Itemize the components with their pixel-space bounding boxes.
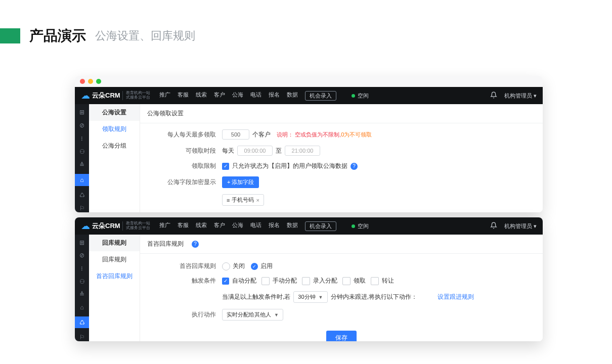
rail-icon[interactable]: ⚐ [78,333,86,341]
nav-item[interactable]: 电话 [250,221,261,231]
nav-item[interactable]: 线索 [196,91,207,101]
bell-icon[interactable] [490,222,497,230]
add-field-button[interactable]: + 添加字段 [222,176,259,188]
save-button[interactable]: 保存 [326,331,357,341]
side-item-groups[interactable]: 公海分组 [89,138,140,154]
macos-close-icon[interactable] [80,79,85,84]
checkbox-restrict[interactable]: ✓ [222,163,229,170]
section-title: 首咨回库规则 ? [140,235,543,254]
nav-item[interactable]: 客服 [178,221,189,231]
nav-item[interactable]: 报名 [269,221,280,231]
rail-icon[interactable]: ⚇ [78,278,86,286]
mac-titlebar [75,76,543,87]
status-indicator[interactable]: 空闲 [352,92,369,100]
window-return-rules: ☁ 云朵CRM 教育机构一站式服务云平台 推广 客服 线索 客户 公海 电话 报… [75,217,543,341]
rail-icon[interactable]: ≙ [78,291,86,299]
rail-icon[interactable]: ⌂ [78,303,86,311]
title-main: 产品演示 [29,26,86,46]
side-item-return-rules[interactable]: 回库规则 [89,251,140,268]
rail-icon[interactable]: ⊘ [78,121,86,129]
cond-pre: 当满足以上触发条件时,若 [222,293,290,301]
nav-item[interactable]: 数据 [287,221,298,231]
checkbox-transfer[interactable] [371,277,379,285]
macos-minimize-icon[interactable] [88,79,93,84]
radio-off[interactable] [222,262,230,270]
nav-item[interactable]: 客户 [214,221,225,231]
checkbox-claim[interactable] [342,277,351,285]
side-item-firstconsult-rules[interactable]: 首咨回库规则 [89,268,140,285]
title-sub: 公海设置、回库规则 [95,28,195,43]
accent-block [0,28,20,43]
nav-item[interactable]: 数据 [287,91,298,101]
label-time-window: 可领取时段 [140,147,222,155]
nav-pill-opportunity[interactable]: 机会录入 [305,221,336,231]
side-panel: 公海设置 领取规则 公海分组 [89,104,140,212]
nav-item[interactable]: 推广 [159,221,170,231]
rail-icon[interactable]: ♺ [78,191,86,199]
cloud-icon: ☁ [81,90,90,101]
select-timeout[interactable]: 30分钟▼ [293,291,327,303]
rail-icon[interactable]: ⚇ [78,148,86,156]
brand-name: 云朵CRM [92,91,120,100]
nav-item[interactable]: 客户 [214,91,225,101]
rail-icon[interactable]: ⫶ [78,134,86,143]
tag-text: 手机号码 [232,196,254,204]
user-role[interactable]: 机构管理员 ▾ [504,92,537,100]
input-max-claim[interactable] [222,129,249,140]
help-icon[interactable]: ? [192,241,199,248]
rail-icon[interactable]: ⊘ [78,252,86,260]
checkbox-auto-assign[interactable]: ✓ [222,278,229,285]
tag-phone[interactable]: ≡ 手机号码 × [222,194,264,206]
label-action: 执行动作 [140,310,222,319]
opt-label: 录入分配 [313,277,337,285]
nav-pill-opportunity[interactable]: 机会录入 [305,91,336,101]
side-panel-title: 回库规则 [89,235,140,251]
macos-zoom-icon[interactable] [96,79,101,84]
tag-remove-icon[interactable]: × [256,197,259,203]
brand-tagline: 教育机构一站式服务云平台 [122,91,150,100]
bell-icon[interactable] [490,92,497,100]
status-dot-icon [352,224,355,228]
opt-label: 手动分配 [273,277,297,285]
nav-item[interactable]: 公海 [232,221,243,231]
help-icon[interactable]: ? [351,163,358,170]
brand-logo[interactable]: ☁ 云朵CRM 教育机构一站式服务云平台 [75,220,155,232]
nav-item[interactable]: 推广 [159,91,170,101]
rail-icon[interactable]: ⊞ [78,108,86,116]
restrict-text: 只允许状态为【启用】的用户领取公海数据 [232,162,347,170]
top-nav: 推广 客服 线索 客户 公海 电话 报名 数据 机会录入 [159,91,336,101]
checkbox-entry-assign[interactable] [302,277,310,285]
content-area: 首咨回库规则 ? 首咨回库规则 关闭 ✓ 启用 触发条件 [140,235,543,341]
input-start-time[interactable] [237,146,273,156]
prefix-daily: 每天 [222,147,234,155]
nav-item[interactable]: 电话 [250,91,261,101]
select-action[interactable]: 实时分配给其他人▼ [222,309,283,321]
label-encrypt: 公海字段加密显示 [140,178,222,187]
rail-icon[interactable]: ≙ [78,161,86,169]
status-indicator[interactable]: 空闲 [352,222,369,230]
side-item-claim-rules[interactable]: 领取规则 [89,121,140,138]
rail-icon-active[interactable]: ⌂ [75,174,89,186]
nav-item[interactable]: 公海 [232,91,243,101]
input-end-time[interactable] [285,146,320,156]
radio-on[interactable]: ✓ [251,263,258,270]
rail-icon-active[interactable]: ♺ [75,316,89,328]
rail-icon[interactable]: ⊞ [78,239,86,247]
brand-logo[interactable]: ☁ 云朵CRM 教育机构一站式服务云平台 [75,90,155,101]
label-trigger: 触发条件 [140,277,222,285]
checkbox-manual-assign[interactable] [261,277,270,285]
topbar: ☁ 云朵CRM 教育机构一站式服务云平台 推广 客服 线索 客户 公海 电话 报… [75,87,543,104]
side-panel: 回库规则 回库规则 首咨回库规则 [89,235,140,341]
user-role[interactable]: 机构管理员 ▾ [504,222,537,230]
opt-label: 领取 [354,277,366,285]
status-text: 空闲 [358,92,369,100]
drag-icon: ≡ [227,197,230,203]
rail-icon[interactable]: ⚐ [78,204,86,212]
unit-text: 个客户 [252,130,271,139]
nav-item[interactable]: 客服 [178,91,189,101]
rail-icon[interactable]: ⫶ [78,264,86,272]
nav-item[interactable]: 报名 [269,91,280,101]
side-panel-title: 公海设置 [89,104,140,121]
nav-item[interactable]: 线索 [196,221,207,231]
link-followup-rules[interactable]: 设置跟进规则 [438,293,474,301]
